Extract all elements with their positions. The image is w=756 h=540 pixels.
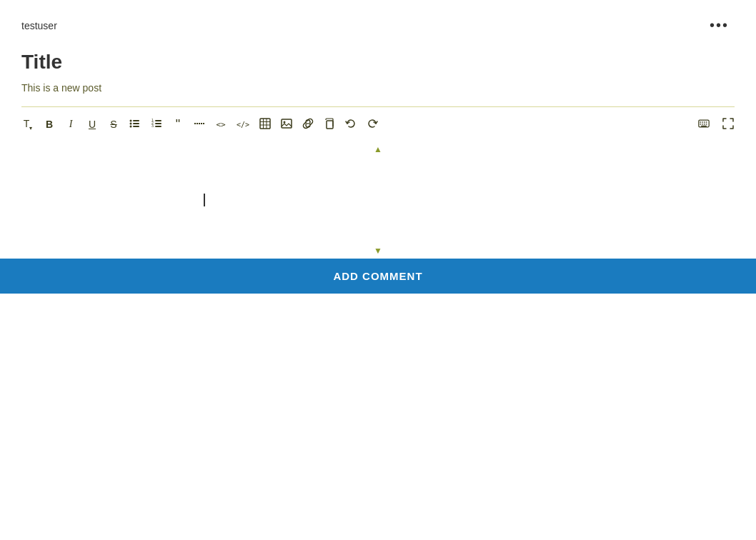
post-title: Title	[21, 51, 735, 74]
more-menu-icon: •••	[710, 17, 729, 33]
bold-button[interactable]: B	[39, 114, 59, 134]
svg-point-2	[130, 122, 132, 124]
toolbar-right-group	[694, 114, 738, 134]
code-block-button[interactable]: </>	[232, 114, 254, 134]
svg-rect-23	[702, 121, 703, 123]
strikethrough-button[interactable]: S	[104, 114, 124, 134]
svg-rect-29	[706, 124, 707, 125]
svg-rect-28	[704, 124, 705, 125]
text-cursor	[204, 194, 205, 206]
svg-rect-27	[702, 124, 703, 125]
copy-button[interactable]	[319, 114, 339, 134]
header: testuser •••	[0, 0, 756, 44]
underline-button[interactable]: U	[82, 114, 102, 134]
svg-rect-1	[133, 120, 139, 121]
svg-rect-7	[155, 120, 161, 121]
inline-code-icon: <>	[216, 120, 225, 129]
redo-button[interactable]	[362, 114, 382, 134]
svg-rect-9	[155, 123, 161, 124]
editor-toolbar: T▾ B I U S 1.2.3. "	[0, 107, 756, 141]
svg-rect-11	[155, 126, 161, 127]
svg-rect-26	[700, 124, 701, 125]
bullet-list-icon	[129, 118, 141, 131]
code-block-icon: </>	[237, 121, 249, 129]
blockquote-icon: "	[176, 118, 180, 131]
svg-rect-13	[260, 119, 270, 129]
add-comment-button[interactable]: ADD COMMENT	[0, 259, 756, 294]
bullet-list-button[interactable]	[125, 114, 145, 134]
keyboard-icon	[698, 118, 710, 131]
collapse-arrow-down[interactable]: ▼	[0, 243, 756, 259]
post-content: Title This is a new post	[0, 44, 756, 106]
image-button[interactable]	[277, 114, 297, 134]
numbered-list-icon: 1.2.3.	[151, 118, 162, 131]
text-style-icon: T▾	[24, 118, 33, 131]
page-container: testuser ••• Title This is a new post T▾…	[0, 0, 756, 540]
underline-icon: U	[89, 119, 96, 130]
horizontal-rule-button[interactable]	[189, 114, 209, 134]
svg-text:3.: 3.	[151, 124, 154, 128]
svg-rect-5	[133, 126, 139, 127]
horizontal-rule-icon	[194, 118, 205, 131]
up-arrow-icon[interactable]: ▲	[374, 144, 382, 154]
username: testuser	[21, 20, 57, 31]
svg-rect-30	[701, 125, 707, 126]
svg-rect-22	[700, 121, 701, 123]
post-body: This is a new post	[21, 81, 735, 96]
down-arrow-icon[interactable]: ▼	[374, 246, 382, 256]
image-icon	[281, 118, 292, 131]
link-icon	[302, 118, 314, 131]
table-icon	[259, 118, 271, 131]
text-style-button[interactable]: T▾	[18, 114, 38, 134]
italic-icon: I	[69, 119, 73, 130]
more-menu-button[interactable]: •••	[704, 14, 735, 36]
svg-point-19	[284, 121, 286, 123]
svg-rect-24	[704, 121, 705, 123]
svg-rect-18	[282, 119, 292, 128]
svg-point-4	[130, 125, 132, 127]
svg-point-0	[130, 119, 132, 121]
link-button[interactable]	[298, 114, 318, 134]
undo-button[interactable]	[341, 114, 361, 134]
svg-rect-25	[706, 121, 707, 123]
inline-code-button[interactable]: <>	[211, 114, 231, 134]
keyboard-button[interactable]	[694, 114, 714, 134]
strikethrough-icon: S	[110, 119, 116, 130]
copy-icon	[324, 118, 335, 131]
bold-icon: B	[46, 119, 53, 130]
italic-button[interactable]: I	[61, 114, 81, 134]
svg-rect-3	[133, 123, 139, 124]
editor-area[interactable]	[0, 157, 756, 243]
fullscreen-button[interactable]	[718, 114, 738, 134]
table-button[interactable]	[255, 114, 275, 134]
fullscreen-icon	[722, 118, 734, 131]
collapse-arrow-up[interactable]: ▲	[0, 141, 756, 157]
redo-icon	[367, 118, 378, 131]
numbered-list-button[interactable]: 1.2.3.	[146, 114, 166, 134]
blockquote-button[interactable]: "	[168, 114, 188, 134]
svg-rect-20	[327, 121, 333, 129]
undo-icon	[345, 118, 357, 131]
